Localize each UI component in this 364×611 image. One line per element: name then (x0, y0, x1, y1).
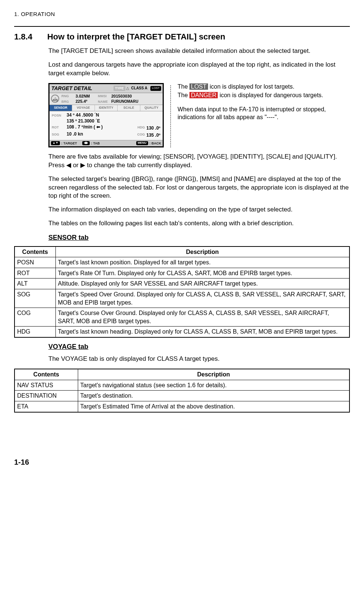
callout-danger: The DANGER icon is displayed for dangero… (178, 92, 350, 99)
callout-interrupt: When data input to the FA-170 is interru… (178, 106, 350, 121)
para-2: Lost and dangerous targets have the appr… (48, 61, 350, 78)
tab-sensor[interactable]: SENSOR (50, 105, 72, 111)
tab-scale[interactable]: SCALE (118, 105, 140, 111)
sensor-table: Contents Description POSNTarget's last k… (14, 246, 350, 338)
posn-val2: 135 º 21.3000 ´E (67, 118, 100, 124)
foot-back-text: : BACK (150, 141, 162, 146)
table-row: SOGTarget's Speed Over Ground. Displayed… (15, 289, 349, 308)
cell: HDG (15, 327, 55, 337)
hdg-val: 130 .0º (146, 125, 160, 131)
th-description: Description (55, 246, 349, 257)
cell: COG (15, 308, 55, 327)
rot-val: 108 . 7 º/min ( ⬅ ) (67, 124, 103, 130)
callouts: The LOST icon is displayed for lost targ… (178, 83, 350, 122)
foot-back: MENU : BACK (136, 141, 161, 146)
cell: Target's Rate Of Turn. Displayed only fo… (55, 268, 349, 279)
voyage-intro: The VOYAGE tab is only displayed for CLA… (48, 355, 350, 363)
para-5: The information displayed on each tab va… (48, 206, 350, 214)
section-title: How to interpret the [TARGET DETAIL] scr… (47, 31, 225, 42)
th-contents: Contents (15, 246, 55, 257)
cell: Target's navigational status (see sectio… (78, 380, 349, 391)
rot-key: ROT (52, 125, 64, 130)
body: The [TARGET DETAIL] screen shows availab… (48, 47, 350, 228)
voyage-subhead: VOYAGE tab (48, 342, 350, 351)
cell: Target's Speed Over Ground. Displayed on… (55, 289, 349, 308)
co-text: icon is displayed for dangerous targets. (218, 92, 323, 98)
posn-key: POSN (52, 113, 64, 118)
tab-identity[interactable]: IDENTITY (95, 105, 118, 111)
class-label: CLASS A (130, 86, 149, 91)
td-header: TARGET DETAIL TYPE △ CLASS A LOST (50, 84, 163, 93)
table-row: ETATarget's Estimated Time of Arrival at… (15, 401, 349, 412)
updown-icon: ▲▼ (51, 141, 60, 145)
tab-row: SENSOR VOYAGE IDENTITY SCALE QUALITY (50, 105, 163, 111)
running-header: 1. OPERATION (14, 10, 350, 18)
callout-lost: The LOST icon is displayed for lost targ… (178, 83, 350, 91)
table-row: ROTTarget's Rate Of Turn. Displayed only… (15, 268, 349, 279)
foot-target-text: : TARGET (61, 141, 77, 146)
mmsi-key: MMSI (98, 94, 111, 98)
para-1: The [TARGET DETAIL] screen shows availab… (48, 47, 350, 55)
sog-key: SOG (52, 132, 64, 137)
table-row: HDGTarget's last known heading. Displaye… (15, 327, 349, 337)
leftright-icon: ◀▶ (82, 141, 90, 145)
table-header-row: Contents Description (15, 246, 349, 257)
brg-val: 225.4º (76, 99, 98, 104)
th-contents: Contents (15, 369, 78, 380)
left-triangle-icon: ◀ (66, 162, 71, 169)
callout-leader (170, 85, 171, 147)
sog-val: 10 .0 kn (67, 131, 83, 137)
cell: Target's Course Over Ground. Displayed o… (55, 308, 349, 327)
divider (14, 26, 350, 27)
section-number: 1.8.4 (14, 31, 32, 42)
menu-key-icon: MENU (136, 141, 148, 145)
para-3: There are five tabs available for viewin… (48, 153, 350, 170)
cell: Target's destination. (78, 391, 349, 401)
cell: Target's last known position. Displayed … (55, 257, 349, 268)
td-body: POSN 34 º 44 .5000 ´N 135 º 21.3000 ´E R… (50, 111, 163, 140)
co-text: The (178, 92, 189, 98)
foot-tab: ◀▶ : TAB (82, 141, 100, 146)
target-detail-screen: TARGET DETAIL TYPE △ CLASS A LOST △ AIS … (48, 83, 164, 147)
section-heading: 1.8.4 How to interpret the [TARGET DETAI… (14, 31, 350, 42)
para-4: The selected target's bearing ([BRG]), r… (48, 175, 350, 201)
th-description: Description (78, 369, 349, 380)
tab-voyage[interactable]: VOYAGE (72, 105, 95, 111)
table-row: NAV STATUSTarget's navigational status (… (15, 380, 349, 391)
table-row: POSNTarget's last known position. Displa… (15, 257, 349, 268)
cell: Altitude. Displayed only for SAR VESSEL … (55, 279, 349, 289)
name-key: NAME (98, 99, 111, 104)
table-row: COGTarget's Course Over Ground. Displaye… (15, 308, 349, 327)
lost-pill: LOST (150, 86, 161, 91)
co-text: icon is displayed for lost targets. (208, 83, 294, 90)
rng-val: 3.02NM (76, 93, 98, 99)
cog-key: COG (137, 132, 145, 138)
tab-quality[interactable]: QUALITY (140, 105, 163, 111)
brg-key: BRG (61, 99, 76, 104)
cell: ETA (15, 401, 78, 412)
cog-val: 135 .0º (146, 132, 160, 138)
right-triangle-icon: ▶ (80, 162, 85, 169)
foot-target: ▲▼ : TARGET (51, 141, 77, 146)
para-6: The tables on the following pages list e… (48, 219, 350, 228)
cell: Target's last known heading. Displayed o… (55, 327, 349, 337)
triangle-icon: △ (54, 96, 57, 101)
class-triangle-icon: △ (125, 86, 130, 91)
cell: POSN (15, 257, 55, 268)
cell: NAV STATUS (15, 380, 78, 391)
voyage-table: Contents Description NAV STATUSTarget's … (14, 369, 350, 412)
p3c: to change the tab currently displayed. (85, 162, 192, 169)
td-footer: ▲▼ : TARGET ◀▶ : TAB MENU : BACK (50, 140, 163, 146)
foot-tab-text: : TAB (91, 141, 100, 146)
page-number: 1-16 (14, 457, 350, 467)
ais-icon: △ AIS (51, 95, 59, 103)
figure-row: TARGET DETAIL TYPE △ CLASS A LOST △ AIS … (48, 83, 350, 147)
name-val: FURUNOMARU (111, 99, 161, 104)
co-text: The (178, 83, 189, 90)
td-info: △ AIS RNG 3.02NM MMSI 201503030 BRG 225.… (50, 93, 163, 105)
lost-inline-icon: LOST (189, 83, 208, 90)
table-row: DESTINATIONTarget's destination. (15, 391, 349, 401)
mmsi-val: 201503030 (111, 93, 161, 99)
sensor-subhead: SENSOR tab (48, 233, 350, 242)
cell: SOG (15, 289, 55, 308)
